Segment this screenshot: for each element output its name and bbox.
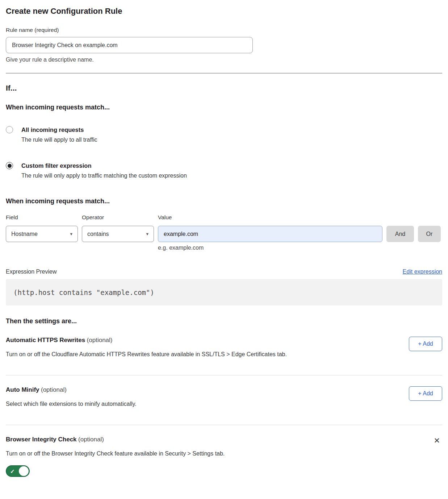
toggle-knob[interactable]: [19, 466, 29, 476]
then-settings-heading: Then the settings are...: [6, 316, 442, 326]
radio-label: Custom filter expression: [21, 162, 187, 170]
value-help-text: e.g. example.com: [158, 244, 382, 251]
value-input[interactable]: [158, 226, 382, 242]
rule-name-input[interactable]: [6, 37, 253, 53]
operator-select-value: contains: [87, 231, 109, 237]
add-auto-minify-button[interactable]: + Add: [409, 386, 442, 401]
radio-unselected-icon[interactable]: [6, 126, 13, 133]
expression-builder-heading: When incoming requests match...: [6, 197, 442, 205]
field-select[interactable]: Hostname ▾: [6, 226, 78, 242]
radio-selected-icon[interactable]: [6, 162, 13, 169]
setting-optional-tag: (optional): [78, 436, 104, 443]
remove-browser-integrity-check-button[interactable]: ✕: [431, 436, 442, 445]
setting-optional-tag: (optional): [41, 386, 67, 393]
chevron-down-icon: ▾: [70, 231, 72, 237]
operator-column-label: Operator: [82, 214, 154, 221]
expression-preview-box: (http.host contains "example.com"): [6, 279, 442, 305]
setting-title: Browser Integrity Check: [6, 436, 77, 443]
setting-optional-tag: (optional): [87, 337, 113, 344]
rule-name-help: Give your rule a descriptive name.: [6, 56, 442, 63]
field-select-value: Hostname: [11, 231, 38, 237]
setting-title: Automatic HTTPS Rewrites: [6, 337, 85, 344]
setting-row-automatic-https-rewrites: Automatic HTTPS Rewrites (optional) Turn…: [6, 326, 442, 375]
setting-row-auto-minify: Auto Minify (optional) Select which file…: [6, 375, 442, 425]
expression-builder: Field Operator Value Hostname ▾ contains…: [6, 214, 442, 251]
or-button[interactable]: Or: [418, 226, 441, 242]
rule-name-label: Rule name (required): [6, 26, 442, 34]
operator-select[interactable]: contains ▾: [82, 226, 154, 242]
setting-title: Auto Minify: [6, 386, 39, 393]
radio-label: All incoming requests: [21, 126, 97, 134]
add-automatic-https-rewrites-button[interactable]: + Add: [409, 337, 442, 351]
expression-preview-code: (http.host contains "example.com"): [13, 288, 154, 296]
and-button[interactable]: And: [386, 226, 414, 242]
edit-expression-link[interactable]: Edit expression: [403, 268, 442, 276]
setting-row-browser-integrity-check: Browser Integrity Check (optional) Turn …: [6, 425, 442, 477]
close-icon: ✕: [434, 436, 440, 445]
match-heading: When incoming requests match...: [6, 103, 442, 112]
radio-option-all-incoming-requests[interactable]: All incoming requests The rule will appl…: [6, 126, 442, 144]
radio-option-custom-filter-expression[interactable]: Custom filter expression The rule will o…: [6, 162, 442, 180]
chevron-down-icon: ▾: [146, 231, 148, 237]
field-column-label: Field: [6, 214, 78, 221]
check-icon: ✓: [10, 469, 15, 474]
setting-description: Select which file extensions to minify a…: [6, 400, 137, 408]
if-heading: If...: [6, 83, 442, 93]
browser-integrity-check-toggle[interactable]: ✓: [6, 465, 30, 477]
radio-description: The rule will only apply to traffic matc…: [21, 172, 187, 180]
expression-preview-label: Expression Preview: [6, 268, 57, 276]
value-column-label: Value: [158, 214, 382, 221]
section-divider: [6, 73, 442, 74]
setting-description: Turn on or off the Browser Integrity Che…: [6, 450, 225, 458]
page-title: Create new Configuration Rule: [6, 7, 442, 16]
setting-description: Turn on or off the Cloudflare Automatic …: [6, 350, 287, 358]
create-configuration-rule-page: Create new Configuration Rule Rule name …: [0, 7, 448, 477]
radio-description: The rule will apply to all traffic: [21, 136, 97, 144]
